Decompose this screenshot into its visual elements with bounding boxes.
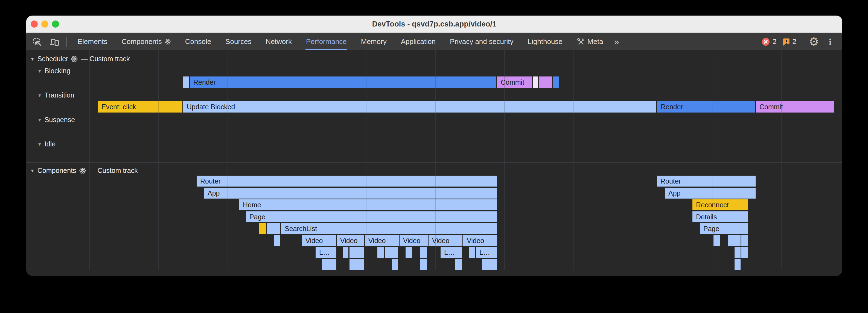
gridline-overlay — [504, 50, 505, 270]
bar-segment[interactable] — [741, 247, 748, 258]
tab-network[interactable]: Network — [259, 33, 299, 50]
bar-label: App — [665, 189, 680, 197]
tab-console[interactable]: Console — [178, 33, 218, 50]
tab-elements[interactable]: Elements — [70, 33, 114, 50]
bar-render[interactable]: Render — [657, 101, 755, 112]
bar-searchlist[interactable]: SearchList — [281, 223, 497, 234]
tab-memory[interactable]: Memory — [354, 33, 394, 50]
error-badge[interactable]: 2 — [761, 37, 776, 46]
disclosure-triangle-icon[interactable]: ▼ — [30, 168, 35, 174]
bar-segment[interactable] — [183, 76, 189, 88]
bar-details[interactable]: Details — [692, 211, 748, 222]
bar-segment[interactable] — [553, 76, 559, 88]
track-header-scheduler[interactable]: ▼Scheduler— Custom track — [30, 55, 130, 63]
disclosure-triangle-icon[interactable]: ▼ — [37, 93, 42, 98]
customize-menu-button[interactable] — [824, 36, 836, 48]
warning-badge[interactable]: 2 — [781, 37, 796, 46]
bar-segment[interactable] — [392, 259, 398, 270]
disclosure-triangle-icon[interactable]: ▼ — [37, 142, 42, 147]
settings-button[interactable]: ⚙ — [808, 36, 820, 48]
error-count: 2 — [773, 37, 776, 46]
disclosure-triangle-icon[interactable]: ▼ — [37, 69, 42, 74]
row-label-blocking[interactable]: ▼Blocking — [37, 67, 70, 75]
bar-segment[interactable] — [482, 259, 497, 270]
panel-tabs: ElementsComponentsConsoleSourcesNetworkP… — [70, 33, 610, 50]
bar-l[interactable]: L… — [440, 247, 462, 258]
row-label-transition[interactable]: ▼Transition — [37, 91, 74, 99]
bar-commit[interactable]: Commit — [756, 101, 834, 112]
bar-l[interactable]: L… — [316, 247, 336, 258]
bar-label: Page — [246, 213, 265, 221]
bar-segment[interactable] — [469, 247, 475, 258]
bar-page[interactable]: Page — [700, 223, 748, 234]
bar-router[interactable]: Router — [657, 176, 755, 186]
tab-privacy-and-security[interactable]: Privacy and security — [443, 33, 521, 50]
tab-application[interactable]: Application — [394, 33, 443, 50]
bar-home[interactable]: Home — [239, 199, 497, 210]
bar-render[interactable]: Render — [190, 76, 496, 88]
bar-segment[interactable] — [728, 235, 741, 246]
bar-video[interactable]: Video — [400, 235, 428, 246]
react-atom-icon — [164, 38, 171, 45]
bar-segment[interactable] — [420, 259, 427, 270]
disclosure-triangle-icon[interactable]: ▼ — [30, 57, 35, 62]
bar-update-blocked[interactable]: Update Blocked — [183, 101, 656, 112]
row-label-idle[interactable]: ▼Idle — [37, 140, 56, 148]
bar-segment[interactable] — [377, 247, 384, 258]
bar-label: Commit — [497, 78, 524, 86]
track-header-components[interactable]: ▼Components— Custom track — [30, 167, 138, 175]
bar-segment[interactable] — [259, 223, 266, 234]
bar-segment[interactable] — [385, 247, 398, 258]
row-label-suspense[interactable]: ▼Suspense — [37, 116, 75, 124]
device-toolbar-button[interactable] — [48, 36, 60, 48]
inspect-element-button[interactable] — [31, 36, 43, 48]
gridline-overlay — [712, 50, 712, 270]
bar-segment[interactable] — [322, 259, 336, 270]
device-toolbar-icon — [49, 37, 59, 47]
bar-segment[interactable] — [343, 247, 348, 258]
bar-segment[interactable] — [735, 247, 741, 258]
bar-app[interactable]: App — [204, 188, 497, 199]
row-label-text: Blocking — [44, 67, 70, 75]
bar-l[interactable]: L… — [476, 247, 497, 258]
row-label-text: Suspense — [44, 116, 75, 124]
gridline-overlay — [781, 50, 782, 270]
disclosure-triangle-icon[interactable]: ▼ — [37, 118, 42, 123]
bar-label: App — [204, 189, 220, 197]
bar-segment[interactable] — [533, 76, 538, 88]
bar-segment[interactable] — [349, 259, 364, 270]
bar-router[interactable]: Router — [197, 176, 497, 186]
more-tabs-button[interactable]: » — [610, 33, 623, 50]
warning-icon — [781, 37, 790, 46]
bar-segment[interactable] — [274, 235, 280, 246]
bar-video[interactable]: Video — [365, 235, 399, 246]
tab-sources[interactable]: Sources — [218, 33, 258, 50]
bar-commit[interactable]: Commit — [497, 76, 532, 88]
bar-page[interactable]: Page — [246, 211, 497, 222]
bar-segment[interactable] — [420, 247, 427, 258]
bar-segment[interactable] — [713, 235, 720, 246]
bar-video[interactable]: Video — [463, 235, 497, 246]
toolbar-left — [26, 33, 68, 50]
react-atom-icon — [79, 167, 86, 174]
bar-segment[interactable] — [349, 247, 364, 258]
bar-app[interactable]: App — [665, 188, 755, 199]
bar-segment[interactable] — [267, 223, 280, 234]
track-title: Scheduler — [37, 55, 68, 63]
bar-video[interactable]: Video — [337, 235, 364, 246]
tab-lighthouse[interactable]: Lighthouse — [521, 33, 570, 50]
bar-video[interactable]: Video — [302, 235, 336, 246]
tab-meta[interactable]: Meta — [570, 33, 610, 50]
bar-segment[interactable] — [406, 247, 412, 258]
bar-event-click[interactable]: Event: click — [98, 101, 182, 112]
error-icon — [761, 37, 770, 46]
bar-segment[interactable] — [455, 259, 462, 270]
bar-video[interactable]: Video — [429, 235, 462, 246]
bar-segment[interactable] — [735, 259, 741, 270]
bar-segment[interactable] — [539, 76, 552, 88]
bar-segment[interactable] — [741, 235, 748, 246]
tab-performance[interactable]: Performance — [299, 33, 354, 50]
bar-reconnect[interactable]: Reconnect — [692, 199, 748, 210]
tab-components[interactable]: Components — [114, 33, 178, 50]
tools-icon — [577, 38, 585, 46]
